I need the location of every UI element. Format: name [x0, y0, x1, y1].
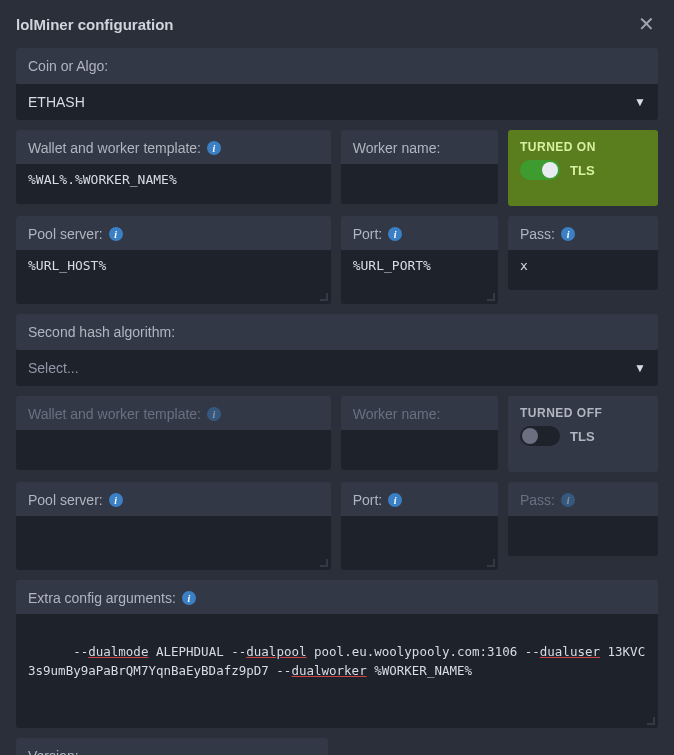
second-algo-select[interactable]: Select... ▼	[16, 350, 658, 386]
worker-field: Worker name:	[341, 130, 498, 206]
dialog-body: Coin or Algo: ETHASH ▼ Wallet and worker…	[0, 44, 674, 755]
info-icon[interactable]: i	[388, 227, 402, 241]
resize-handle-icon[interactable]	[320, 559, 328, 567]
sec-pass-input	[508, 516, 658, 556]
coin-algo-value: ETHASH	[28, 94, 85, 110]
second-algo-field: Second hash algorithm:	[16, 314, 658, 350]
sec-wallet-input	[16, 430, 331, 470]
sec-pass-field: Pass: i	[508, 482, 658, 570]
version-field: Version:	[16, 738, 328, 755]
version-field-wrap: Version: The latest ▼	[16, 738, 328, 755]
resize-handle-icon[interactable]	[320, 293, 328, 301]
dialog-header: lolMiner configuration ✕	[0, 0, 674, 44]
tls-box-off: TURNED OFF TLS	[508, 396, 658, 472]
sec-pass-label: Pass: i	[520, 492, 646, 508]
sec-tls-label: TLS	[570, 429, 595, 444]
toggle-knob	[542, 162, 558, 178]
sec-worker-label: Worker name:	[353, 406, 486, 422]
sec-tls-toggle[interactable]	[520, 426, 560, 446]
resize-handle-icon[interactable]	[487, 293, 495, 301]
pass-label: Pass: i	[520, 226, 646, 242]
sec-port-input[interactable]	[341, 516, 498, 570]
pass-input[interactable]: x	[508, 250, 658, 290]
tls-status: TURNED ON	[520, 140, 646, 154]
info-icon[interactable]: i	[182, 591, 196, 605]
secondary-row-1: Wallet and worker template: i Worker nam…	[16, 396, 658, 472]
wallet-input[interactable]: %WAL%.%WORKER_NAME%	[16, 164, 331, 204]
info-icon: i	[561, 493, 575, 507]
info-icon[interactable]: i	[109, 227, 123, 241]
chevron-down-icon: ▼	[634, 95, 646, 109]
toggle-knob	[522, 428, 538, 444]
sec-worker-field: Worker name:	[341, 396, 498, 472]
pool-input[interactable]: %URL_HOST%	[16, 250, 331, 304]
worker-input[interactable]	[341, 164, 498, 204]
extra-args-value: --dualmode ALEPHDUAL --dualpool pool.eu.…	[28, 644, 645, 678]
worker-label: Worker name:	[353, 140, 486, 156]
close-button[interactable]: ✕	[634, 12, 658, 36]
info-icon: i	[207, 407, 221, 421]
sec-tls-field: TURNED OFF TLS	[508, 396, 658, 472]
wallet-label: Wallet and worker template: i	[28, 140, 319, 156]
second-algo-label: Second hash algorithm:	[28, 324, 646, 340]
coin-algo-select[interactable]: ETHASH ▼	[16, 84, 658, 120]
extra-args-input[interactable]: --dualmode ALEPHDUAL --dualpool pool.eu.…	[16, 614, 658, 728]
sec-worker-input	[341, 430, 498, 470]
sec-wallet-field: Wallet and worker template: i	[16, 396, 331, 472]
info-icon[interactable]: i	[109, 493, 123, 507]
pool-label: Pool server: i	[28, 226, 319, 242]
chevron-down-icon: ▼	[634, 361, 646, 375]
tls-label: TLS	[570, 163, 595, 178]
sec-wallet-label: Wallet and worker template: i	[28, 406, 319, 422]
primary-row-2: Pool server: i %URL_HOST% Port: i	[16, 216, 658, 304]
tls-field: TURNED ON TLS	[508, 130, 658, 206]
secondary-row-2: Pool server: i Port: i	[16, 482, 658, 570]
wallet-field: Wallet and worker template: i %WAL%.%WOR…	[16, 130, 331, 206]
tls-box-on: TURNED ON TLS	[508, 130, 658, 206]
primary-row-1: Wallet and worker template: i %WAL%.%WOR…	[16, 130, 658, 206]
port-input[interactable]: %URL_PORT%	[341, 250, 498, 304]
coin-algo-label: Coin or Algo:	[28, 58, 646, 74]
resize-handle-icon[interactable]	[487, 559, 495, 567]
pool-field: Pool server: i %URL_HOST%	[16, 216, 331, 304]
sec-tls-status: TURNED OFF	[520, 406, 646, 420]
extra-args-label: Extra config arguments: i	[28, 590, 646, 606]
extra-args-field: Extra config arguments: i	[16, 580, 658, 614]
sec-pool-input[interactable]	[16, 516, 331, 570]
pass-field: Pass: i x	[508, 216, 658, 304]
sec-port-field: Port: i	[341, 482, 498, 570]
info-icon[interactable]: i	[561, 227, 575, 241]
sec-pool-label: Pool server: i	[28, 492, 319, 508]
sec-port-label: Port: i	[353, 492, 486, 508]
sec-pool-field: Pool server: i	[16, 482, 331, 570]
tls-toggle[interactable]	[520, 160, 560, 180]
port-label: Port: i	[353, 226, 486, 242]
config-dialog: lolMiner configuration ✕ Coin or Algo: E…	[0, 0, 674, 755]
close-icon: ✕	[638, 12, 655, 36]
second-algo-value: Select...	[28, 360, 79, 376]
info-icon[interactable]: i	[388, 493, 402, 507]
version-label: Version:	[28, 748, 316, 755]
resize-handle-icon[interactable]	[647, 717, 655, 725]
port-field: Port: i %URL_PORT%	[341, 216, 498, 304]
info-icon[interactable]: i	[207, 141, 221, 155]
coin-algo-field: Coin or Algo:	[16, 48, 658, 84]
dialog-title: lolMiner configuration	[16, 16, 174, 33]
